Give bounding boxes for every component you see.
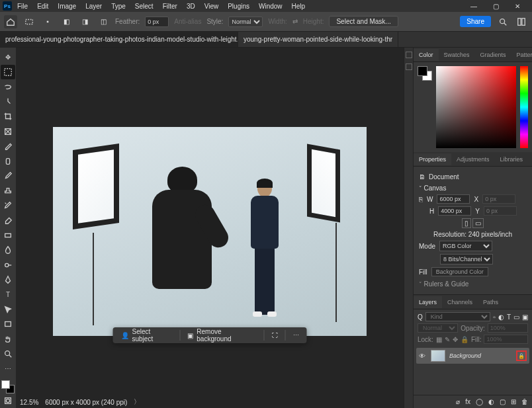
mode-select[interactable]: RGB Color (439, 241, 492, 251)
search-icon[interactable] (496, 15, 510, 28)
select-and-mask-button[interactable]: Select and Mask... (329, 16, 398, 27)
feather-input[interactable] (145, 17, 169, 27)
link-layers-icon[interactable]: ⌀ (456, 398, 460, 405)
home-button[interactable] (4, 15, 17, 28)
layer-thumbnail[interactable] (431, 350, 445, 362)
filter-shape-icon[interactable]: ▭ (513, 313, 519, 321)
status-chevron-icon[interactable]: 〉 (134, 397, 140, 407)
transform-icon[interactable]: ⛶ (265, 329, 285, 342)
lock-pixel-icon[interactable]: ✎ (445, 336, 450, 343)
tab-swatches[interactable]: Swatches (439, 49, 475, 61)
blend-mode-select[interactable]: Normal (418, 323, 458, 333)
move-tool[interactable]: ✥ (1, 50, 15, 64)
height-input[interactable] (438, 206, 471, 216)
pen-tool[interactable] (1, 272, 15, 286)
gradient-tool[interactable] (1, 228, 15, 242)
menu-help[interactable]: Help (288, 1, 310, 11)
stamp-tool[interactable] (1, 184, 15, 198)
tab-gradients[interactable]: Gradients (475, 49, 511, 61)
menu-image[interactable]: Image (54, 1, 80, 11)
select-subject-button[interactable]: 👤Select subject (114, 329, 179, 342)
path-select-tool[interactable] (1, 302, 15, 316)
filter-smart-icon[interactable]: ▣ (522, 313, 528, 321)
lasso-tool[interactable] (1, 80, 15, 94)
filter-type-icon[interactable]: T (507, 313, 511, 321)
visibility-icon[interactable]: 👁 (419, 352, 427, 360)
layer-name[interactable]: Background (449, 352, 512, 359)
fill-button[interactable]: Background Color (431, 267, 488, 276)
tab-channels[interactable]: Channels (442, 296, 478, 308)
edit-toolbar-icon[interactable]: ⋯ (1, 362, 15, 376)
maximize-icon[interactable]: ▢ (489, 1, 503, 11)
filter-kind-select[interactable]: Kind (425, 312, 491, 321)
tab-adjustments[interactable]: Adjustments (451, 153, 495, 165)
mask-icon[interactable]: ◯ (476, 398, 483, 405)
menu-3d[interactable]: 3D (183, 1, 199, 11)
tab-layers[interactable]: Layers (414, 296, 442, 308)
tab-properties[interactable]: Properties (414, 153, 451, 165)
menu-window[interactable]: Window (255, 1, 287, 11)
workspace-icon[interactable] (515, 15, 528, 28)
canvas-area[interactable]: 👤Select subject ▣Remove background ⛶ ⋯ 1… (16, 48, 404, 408)
fill-input[interactable] (484, 335, 528, 344)
new-selection-icon[interactable]: ▪ (41, 15, 54, 28)
frame-tool[interactable] (1, 124, 15, 138)
layer-row-background[interactable]: 👁 Background 🔒 (416, 348, 529, 364)
lock-all-icon[interactable]: 🔒 (461, 336, 468, 343)
fx-icon[interactable]: fx (465, 398, 470, 405)
minimize-icon[interactable]: — (466, 1, 481, 11)
collapsed-panel-icon[interactable] (406, 63, 412, 70)
remove-background-button[interactable]: ▣Remove background (181, 329, 263, 342)
swap-icon[interactable]: ⇄ (292, 18, 298, 25)
menu-file[interactable]: File (13, 1, 32, 11)
menu-plugins[interactable]: Plugins (224, 1, 253, 11)
tab-doc-2[interactable]: young-pretty-woman-pointed-side-while-lo… (238, 32, 398, 47)
tool-preset-icon[interactable] (22, 15, 36, 28)
menu-view[interactable]: View (200, 1, 223, 11)
orient-portrait-icon[interactable]: ▯ (462, 218, 471, 228)
healing-tool[interactable] (1, 154, 15, 168)
lock-icon[interactable]: 🔒 (516, 350, 527, 361)
filter-adj-icon[interactable]: ◐ (498, 313, 504, 321)
tab-paths[interactable]: Paths (478, 296, 504, 308)
color-field[interactable] (436, 66, 516, 148)
tab-libraries[interactable]: Libraries (495, 153, 529, 165)
adjustment-icon[interactable]: ◐ (488, 398, 494, 405)
eraser-tool[interactable] (1, 214, 15, 227)
share-button[interactable]: Share (460, 16, 491, 27)
more-icon[interactable]: ⋯ (287, 329, 306, 342)
fg-bg-swatch[interactable] (418, 66, 432, 81)
hue-slider[interactable] (520, 66, 528, 148)
filter-pixel-icon[interactable]: ▫ (493, 313, 496, 321)
add-selection-icon[interactable]: ◧ (60, 15, 73, 28)
brush-tool[interactable] (1, 169, 15, 183)
lock-pos-icon[interactable]: ✥ (453, 336, 458, 343)
menu-type[interactable]: Type (107, 1, 130, 11)
bits-select[interactable]: 8 Bits/Channel (440, 254, 493, 265)
dodge-tool[interactable] (1, 258, 15, 272)
eyedropper-tool[interactable] (1, 140, 15, 153)
type-tool[interactable]: T (1, 288, 15, 302)
subtract-selection-icon[interactable]: ◨ (78, 15, 91, 28)
delete-icon[interactable]: 🗑 (521, 398, 528, 405)
crop-tool[interactable] (1, 110, 15, 124)
menu-edit[interactable]: Edit (33, 1, 52, 11)
canvas-section[interactable]: ˅ Canvas (419, 184, 527, 192)
width-input[interactable] (437, 194, 470, 204)
close-icon[interactable]: ✕ (511, 1, 524, 11)
x-input[interactable] (482, 194, 515, 204)
intersect-selection-icon[interactable]: ◫ (97, 15, 110, 28)
quick-select-tool[interactable] (1, 95, 15, 108)
tab-doc-1[interactable]: professional-young-photographer-taking-p… (0, 32, 238, 47)
document-canvas[interactable] (53, 127, 367, 336)
rectangle-tool[interactable] (1, 317, 15, 331)
zoom-tool[interactable] (1, 347, 15, 360)
new-layer-icon[interactable]: ⊞ (511, 398, 516, 405)
menu-select[interactable]: Select (131, 1, 157, 11)
opacity-input[interactable] (488, 323, 528, 333)
group-icon[interactable]: ▢ (500, 398, 506, 405)
lock-trans-icon[interactable]: ▦ (436, 336, 442, 343)
link-icon[interactable]: ⎘ (419, 196, 423, 203)
history-brush-tool[interactable] (1, 198, 15, 212)
tab-color[interactable]: Color (414, 49, 439, 61)
